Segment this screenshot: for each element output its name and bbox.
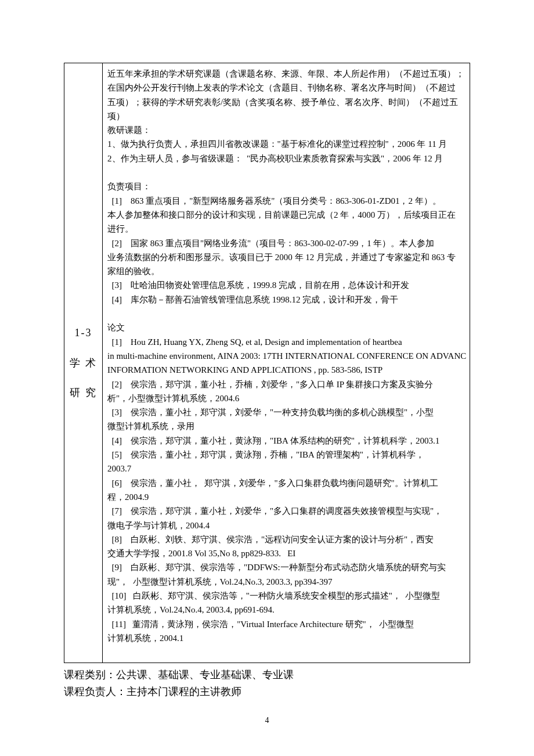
intro-text: 近五年来承担的学术研究课题（含课题名称、来源、年限、本人所起作用）（不超过五项）… (107, 67, 465, 81)
project-item: [4] 库尔勒－鄯善石油管线管理信息系统 1998.12 完成，设计和开发，骨干 (107, 293, 465, 307)
paper-item: [7] 侯宗浩，郑守淇，董小社，刘爱华，"多入口集群的调度器失效接管模型与实现"… (107, 504, 465, 518)
section-title-line2: 研 究 (70, 380, 97, 405)
paper-item: 微电子学与计算机，2004.4 (107, 519, 465, 532)
footnote-course-leader: 课程负责人：主持本门课程的主讲教师 (64, 683, 470, 700)
intro-text: 在国内外公开发行刊物上发表的学术论文（含题目、刊物名称、署名次序与时间）（不超过 (107, 81, 465, 95)
blank-line (107, 307, 465, 321)
blank-line (107, 165, 465, 179)
paper-item: [1] Hou ZH, Huang YX, Zheng SQ, et al, D… (107, 335, 465, 349)
paper-item: 现"， 小型微型计算机系统，Vol.24,No.3, 2003.3, pp394… (107, 575, 465, 589)
project-item: 家组的验收。 (107, 264, 465, 278)
projects-heading: 负责项目： (107, 179, 465, 193)
paper-item: in multi-machine environment, AINA 2003:… (107, 349, 465, 363)
paper-item: 微型计算机系统，录用 (107, 419, 465, 433)
intro-text: 项） (107, 109, 465, 123)
footnote-course-category: 课程类别：公共课、基础课、专业基础课、专业课 (64, 667, 470, 683)
section-number: 1-3 (75, 321, 92, 345)
paper-item: 计算机系统，2004.1 (107, 631, 465, 645)
paper-item: [9] 白跃彬、郑守淇、侯宗浩等，"DDFWS:一种新型分布式动态防火墙系统的研… (107, 560, 465, 574)
academic-research-table: 1-3 学 术 研 究 近五年来承担的学术研究课题（含课题名称、来源、年限、本人… (64, 63, 470, 663)
paper-item: [11] 董渭清，黄泳翔，侯宗浩，"Virtual Interface Arch… (107, 617, 465, 631)
intro-text: 五项）；获得的学术研究表彰/奖励（含奖项名称、授予单位、署名次序、时间）（不超过… (107, 95, 465, 109)
page-number: 4 (0, 714, 534, 727)
project-item: [3] 吐哈油田物资处管理信息系统，1999.8 完成，目前在用，总体设计和开发 (107, 278, 465, 292)
teaching-topics-heading: 教研课题： (107, 123, 465, 137)
section-label-cell: 1-3 学 术 研 究 (64, 63, 103, 663)
project-item: 本人参加整体和接口部分的设计和实现，目前课题已完成（2 年，4000 万），后续… (107, 208, 465, 222)
project-item: [2] 国家 863 重点项目"网络业务流"（项目号：863-300-02-07… (107, 236, 465, 250)
paper-item: [10] 白跃彬、郑守淇、侯宗浩等，"一种防火墙系统安全模型的形式描述"， 小型… (107, 589, 465, 603)
papers-heading: 论文 (107, 321, 465, 334)
footnotes: 课程类别：公共课、基础课、专业基础课、专业课 课程负责人：主持本门课程的主讲教师 (64, 667, 470, 700)
paper-item: [3] 侯宗浩，董小社，郑守淇，刘爱华，"一种支持负载均衡的多机心跳模型"，小型 (107, 405, 465, 419)
project-item: 进行。 (107, 222, 465, 236)
paper-item: 程，2004.9 (107, 490, 465, 504)
paper-item: [6] 侯宗浩，董小社， 郑守淇，刘爱华，"多入口集群负载均衡问题研究"。计算机… (107, 476, 465, 490)
paper-item: [5] 侯宗浩，董小社，郑守淇，黄泳翔，乔楠，"IBA 的管理架构"，计算机科学… (107, 448, 465, 462)
paper-item: [2] 侯宗浩，郑守淇，董小社，乔楠，刘爱华，"多入口单 IP 集群接口方案及实… (107, 377, 465, 391)
paper-item: 交通大学学报，2001.8 Vol 35,No 8, pp829-833. EI (107, 546, 465, 560)
blank-line (107, 645, 465, 659)
section-content-cell: 近五年来承担的学术研究课题（含课题名称、来源、年限、本人所起作用）（不超过五项）… (103, 63, 470, 663)
teaching-topic-item: 1、做为执行负责人，承担四川省教改课题："基于标准化的课堂过程控制"，2006 … (107, 137, 465, 151)
project-item: [1] 863 重点项目，"新型网络服务器系统"（项目分类号：863-306-0… (107, 194, 465, 208)
paper-item: [4] 侯宗浩，郑守淇，董小社，黄泳翔，"IBA 体系结构的研究"，计算机科学，… (107, 434, 465, 448)
paper-item: [8] 白跃彬、刘轶、郑守淇、侯宗浩，"远程访问安全认证方案的设计与分析"，西安 (107, 532, 465, 546)
paper-item: 计算机系统，Vol.24,No.4, 2003.4, pp691-694. (107, 603, 465, 617)
paper-item: 2003.7 (107, 462, 465, 476)
paper-item: 析"，小型微型计算机系统，2004.6 (107, 391, 465, 405)
paper-item: INFORMATION NETWORKING AND APPLICATIONS … (107, 363, 465, 377)
teaching-topic-item: 2、作为主研人员，参与省级课题： "民办高校职业素质教育探索与实践"，2006 … (107, 152, 465, 165)
project-item: 业务流数据的分析和图形显示。该项目已于 2000 年 12 月完成，并通过了专家… (107, 250, 465, 264)
section-title-line1: 学 术 (70, 351, 97, 376)
